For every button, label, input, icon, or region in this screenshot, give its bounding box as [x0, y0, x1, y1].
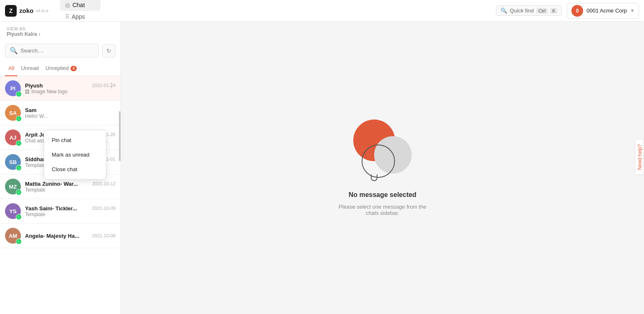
whatsapp-badge: [16, 91, 22, 97]
account-name: 0001 Acme Corp: [586, 7, 627, 14]
account-button[interactable]: 0 0001 Acme Corp ▼: [567, 3, 639, 19]
app-name: zoko: [19, 7, 33, 14]
search-input[interactable]: [20, 47, 94, 54]
chevron-down-icon: ▼: [630, 8, 634, 13]
whatsapp-badge: [16, 165, 22, 171]
chat-info: Angela- Majesty Ha... 2021-10-08: [25, 233, 116, 239]
app-version: v3.21.0: [36, 9, 48, 13]
apps-icon: ⠿: [65, 13, 69, 20]
whatsapp-badge: [16, 214, 22, 220]
main-content: No message selected Please select one me…: [121, 22, 644, 314]
avatar: AM: [5, 228, 21, 244]
view-as-name-btn[interactable]: Piyush Kalra ›: [7, 31, 114, 37]
chat-info: Sam Hello! W...: [25, 107, 116, 119]
search-icon: 🔍: [501, 7, 507, 14]
chat-date: 2021-10-09: [92, 206, 116, 211]
refresh-icon: ↻: [106, 47, 111, 54]
avatar: YS: [5, 203, 21, 219]
need-help-button[interactable]: Need help?: [635, 139, 644, 175]
avatar: MZ: [5, 179, 21, 194]
chat-tabs: AllUnreadUnreplied4: [0, 61, 121, 76]
nav-label-chat: Chat: [73, 2, 85, 8]
quick-find-label: Quick find: [510, 7, 534, 14]
nav-item-apps[interactable]: ⠿Apps: [60, 11, 101, 22]
chat-info: Piyush 2022-01-24 🖼 Image New logo: [25, 82, 116, 95]
tab-label-unreplied: Unreplied: [45, 65, 69, 71]
chat-item[interactable]: PI Piyush 2022-01-24 🖼 Image New logo ⋮: [0, 76, 121, 101]
avatar: PI: [5, 80, 21, 96]
chat-info: Yash Saini- Tickler... 2021-10-09 Templa…: [25, 205, 116, 217]
tab-unreplied[interactable]: Unreplied4: [42, 61, 80, 76]
kbd-k: K: [550, 8, 557, 14]
view-as-section: VIEW AS: Piyush Kalra ›: [0, 22, 121, 40]
search-box[interactable]: 🔍: [5, 44, 99, 57]
account-avatar: 0: [571, 5, 583, 17]
nav-label-apps: Apps: [72, 13, 85, 20]
chat-list: PI Piyush 2022-01-24 🖼 Image New logo ⋮ …: [0, 76, 121, 314]
context-menu-item-close[interactable]: Close chat: [44, 162, 106, 177]
view-as-label: VIEW AS:: [7, 27, 114, 31]
need-help-panel: Need help?: [635, 139, 644, 175]
avatar: SA: [5, 105, 21, 121]
avatar: SB: [5, 154, 21, 170]
chat-name: Angela- Majesty Ha...: [25, 233, 79, 239]
tab-label-all: All: [8, 65, 14, 71]
chat-date: 2021-10-08: [92, 233, 116, 238]
empty-subtitle: Please select one message from the chats…: [339, 204, 426, 216]
chat-name: Yash Saini- Tickler...: [25, 205, 77, 212]
chat-preview: Template: [25, 187, 116, 193]
whatsapp-badge: [16, 189, 22, 195]
tab-all[interactable]: All: [5, 61, 18, 76]
chevron-right-icon: ›: [39, 31, 40, 37]
whatsapp-badge: [16, 116, 22, 122]
tab-unread[interactable]: Unread: [18, 61, 42, 76]
search-row: 🔍 ↻: [0, 40, 121, 61]
main-layout: VIEW AS: Piyush Kalra › 🔍 ↻ AllUnreadUnr…: [0, 22, 644, 314]
sidebar-scrollbar[interactable]: [119, 109, 121, 314]
sidebar: VIEW AS: Piyush Kalra › 🔍 ↻ AllUnreadUnr…: [0, 22, 121, 314]
more-options-button[interactable]: ⋮: [106, 80, 116, 90]
chat-item[interactable]: SA Sam Hello! W...: [0, 101, 121, 125]
chat-item[interactable]: YS Yash Saini- Tickler... 2021-10-09 Tem…: [0, 199, 121, 224]
whatsapp-badge: [16, 140, 22, 146]
context-menu: Pin chatMark as unreadClose chat: [44, 130, 106, 179]
chat-preview: Hello! W...: [25, 113, 116, 119]
context-menu-item-pin[interactable]: Pin chat: [44, 133, 106, 147]
refresh-button[interactable]: ↻: [102, 44, 116, 57]
bubble-outline: [362, 145, 395, 178]
quick-find-button[interactable]: 🔍 Quick find Ctrl K: [496, 5, 562, 16]
chat-icon: ◎: [65, 2, 70, 8]
tab-label-unread: Unread: [21, 65, 39, 71]
chat-item[interactable]: AM Angela- Majesty Ha... 2021-10-08: [0, 224, 121, 248]
chat-name: Piyush: [25, 82, 43, 89]
nav-item-chat[interactable]: ◎Chat: [60, 0, 101, 11]
kbd-ctrl: Ctrl: [536, 8, 548, 14]
tab-badge-unreplied: 4: [70, 66, 77, 71]
empty-title: No message selected: [349, 191, 417, 199]
scrollbar-thumb: [119, 111, 121, 161]
chat-name: Mattia Zunino- War...: [25, 181, 78, 187]
top-navigation: Z zoko v3.21.0 ○Overview≡Queue◎Chat⠿Apps…: [0, 0, 644, 22]
chat-name: Sam: [25, 107, 36, 113]
chat-info: Mattia Zunino- War... 2021-10-12 Templat…: [25, 181, 116, 193]
logo-icon: Z: [5, 5, 17, 17]
chat-preview: Template: [25, 212, 116, 217]
chat-date: 2021-10-12: [92, 181, 116, 186]
context-menu-item-mark_unread[interactable]: Mark as unread: [44, 147, 106, 162]
whatsapp-badge: [16, 239, 22, 244]
avatar: AJ: [5, 130, 21, 145]
empty-illustration: [349, 120, 416, 186]
need-help-label: Need help?: [635, 139, 644, 174]
chat-preview: 🖼 Image New logo: [25, 89, 116, 95]
search-icon: 🔍: [10, 47, 18, 55]
logo-area: Z zoko v3.21.0: [5, 5, 48, 17]
